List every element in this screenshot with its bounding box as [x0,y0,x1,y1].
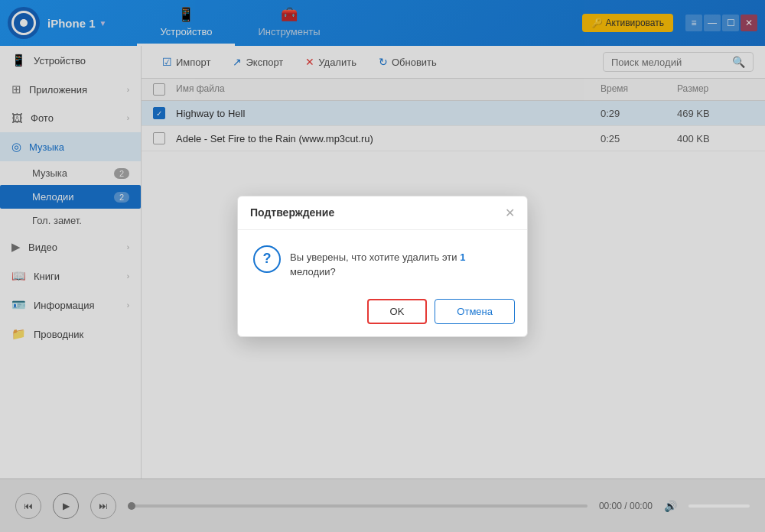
dialog-cancel-button[interactable]: Отмена [435,299,515,324]
dialog-message: Вы уверены, что хотите удалить эти 1 мел… [290,245,512,280]
dialog-header: Подтверждение ✕ [238,196,527,230]
dialog-title: Подтверждение [250,206,334,219]
dialog-overlay: Подтверждение ✕ ? Вы уверены, что хотите… [0,0,765,532]
dialog-close-button[interactable]: ✕ [505,206,515,220]
dialog-footer: OK Отмена [238,291,527,336]
dialog-message-suffix: мелодии? [290,266,336,277]
dialog-message-text: Вы уверены, что хотите удалить эти [290,251,457,263]
dialog-count: 1 [460,251,465,263]
confirm-dialog: Подтверждение ✕ ? Вы уверены, что хотите… [237,196,528,337]
dialog-question-icon: ? [253,245,281,273]
dialog-ok-button[interactable]: OK [367,299,428,324]
dialog-body: ? Вы уверены, что хотите удалить эти 1 м… [238,230,527,291]
